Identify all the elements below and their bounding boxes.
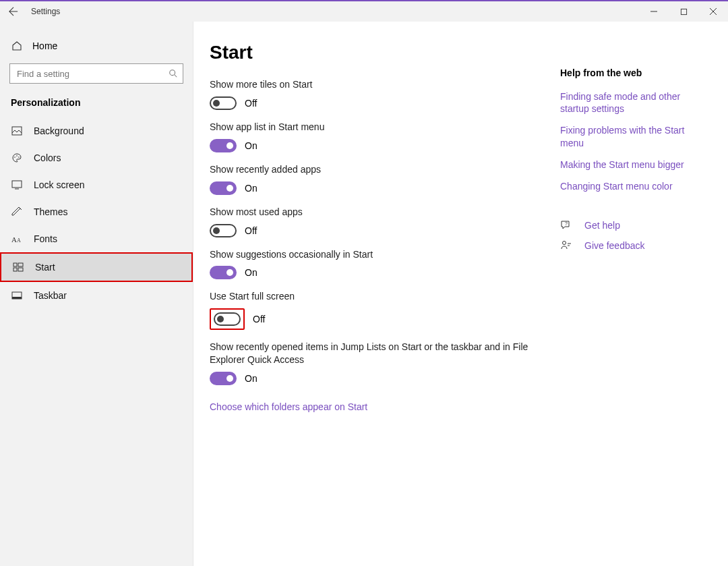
- setting-label: Show recently opened items in Jump Lists…: [210, 341, 547, 366]
- sidebar-item-label: Colors: [34, 152, 61, 163]
- help-link[interactable]: Finding safe mode and other startup sett…: [560, 90, 708, 115]
- toggle-state: On: [245, 373, 257, 384]
- toggle-state: On: [245, 183, 257, 194]
- window-title: Settings: [27, 7, 639, 16]
- svg-point-5: [18, 157, 20, 158]
- picture-icon: [11, 126, 23, 136]
- setting-label: Show most used apps: [210, 206, 547, 219]
- themes-icon: [11, 206, 23, 217]
- search-input[interactable]: [9, 63, 183, 84]
- sidebar-item-label: Background: [34, 125, 84, 136]
- setting-label: Show more tiles on Start: [210, 78, 547, 91]
- toggle-switch[interactable]: [210, 224, 237, 237]
- highlight-box: [210, 308, 245, 330]
- svg-rect-12: [18, 268, 23, 271]
- toggle-switch[interactable]: [210, 139, 237, 152]
- aside-title: Help from the web: [560, 67, 708, 78]
- sidebar-item-background[interactable]: Background: [0, 117, 193, 144]
- svg-rect-0: [681, 9, 686, 14]
- toggle-state: Off: [245, 225, 257, 236]
- svg-rect-9: [13, 263, 17, 266]
- minimize-button[interactable]: [639, 1, 669, 22]
- sidebar-item-start[interactable]: Start: [0, 252, 193, 282]
- setting-show-more-tiles: Show more tiles on Start Off: [210, 78, 547, 110]
- sidebar-item-label: Lock screen: [34, 179, 84, 190]
- palette-icon: [11, 152, 23, 163]
- give-feedback-button[interactable]: Give feedback: [560, 239, 708, 252]
- sidebar-item-colors[interactable]: Colors: [0, 144, 193, 171]
- svg-point-1: [170, 70, 175, 76]
- home-label: Home: [32, 40, 57, 51]
- search-icon: [169, 69, 178, 78]
- titlebar: Settings: [0, 0, 728, 22]
- get-help-label: Get help: [584, 220, 620, 231]
- svg-text:A: A: [17, 237, 21, 244]
- help-link[interactable]: Fixing problems with the Start menu: [560, 124, 708, 148]
- home-icon: [11, 40, 23, 51]
- setting-full-screen: Use Start full screen Off: [210, 290, 547, 330]
- close-button[interactable]: [698, 1, 728, 22]
- svg-point-3: [14, 157, 16, 158]
- help-bubble-icon: ?: [560, 219, 572, 231]
- category-title: Personalization: [0, 97, 193, 117]
- svg-text:?: ?: [565, 221, 568, 226]
- sidebar-item-label: Themes: [34, 206, 68, 217]
- back-arrow-icon: [9, 7, 18, 16]
- setting-label: Show suggestions occasionally in Start: [210, 248, 547, 261]
- sidebar-item-taskbar[interactable]: Taskbar: [0, 282, 193, 309]
- setting-recently-added: Show recently added apps On: [210, 163, 547, 195]
- setting-most-used: Show most used apps Off: [210, 206, 547, 237]
- svg-rect-2: [12, 127, 22, 135]
- close-icon: [709, 7, 717, 16]
- help-link[interactable]: Making the Start menu bigger: [560, 159, 708, 171]
- setting-label: Use Start full screen: [210, 290, 547, 303]
- sidebar-item-label: Start: [35, 262, 55, 273]
- sidebar-item-fonts[interactable]: AA Fonts: [0, 225, 193, 252]
- svg-rect-11: [13, 268, 17, 271]
- setting-show-app-list: Show app list in Start menu On: [210, 121, 547, 152]
- toggle-switch[interactable]: [210, 266, 237, 279]
- setting-label: Show recently added apps: [210, 163, 547, 176]
- lock-screen-icon: [11, 180, 23, 190]
- maximize-icon: [680, 8, 688, 16]
- sidebar-item-lock-screen[interactable]: Lock screen: [0, 171, 193, 198]
- toggle-state: Off: [245, 98, 257, 109]
- sidebar: Home Personalization Background Colors: [0, 22, 193, 566]
- feedback-icon: [560, 239, 572, 252]
- minimize-icon: [650, 7, 658, 16]
- start-icon: [12, 262, 24, 272]
- setting-jump-lists: Show recently opened items in Jump Lists…: [210, 341, 547, 385]
- folders-link[interactable]: Choose which folders appear on Start: [210, 401, 367, 412]
- home-button[interactable]: Home: [0, 35, 193, 63]
- help-link[interactable]: Changing Start menu color: [560, 180, 708, 192]
- setting-label: Show app list in Start menu: [210, 121, 547, 134]
- sidebar-item-themes[interactable]: Themes: [0, 198, 193, 225]
- toggle-state: Off: [253, 314, 265, 324]
- svg-point-4: [16, 155, 18, 157]
- svg-rect-14: [12, 297, 22, 299]
- svg-text:A: A: [11, 235, 17, 244]
- setting-suggestions: Show suggestions occasionally in Start O…: [210, 248, 547, 280]
- svg-point-16: [563, 242, 566, 245]
- give-feedback-label: Give feedback: [584, 240, 645, 251]
- toggle-switch[interactable]: [214, 312, 241, 326]
- main-content: Start Show more tiles on Start Off Show …: [193, 22, 728, 566]
- sidebar-item-label: Fonts: [34, 233, 57, 244]
- back-button[interactable]: [0, 1, 27, 22]
- taskbar-icon: [11, 291, 23, 300]
- maximize-button[interactable]: [669, 1, 698, 22]
- get-help-button[interactable]: ? Get help: [560, 219, 708, 231]
- svg-rect-10: [18, 263, 23, 266]
- help-aside: Help from the web Finding safe mode and …: [547, 42, 708, 566]
- svg-rect-6: [12, 181, 22, 188]
- toggle-switch[interactable]: [210, 372, 237, 385]
- fonts-icon: AA: [11, 234, 23, 244]
- toggle-switch[interactable]: [210, 96, 237, 110]
- page-title: Start: [210, 42, 547, 63]
- sidebar-item-label: Taskbar: [34, 290, 67, 301]
- toggle-state: On: [245, 267, 257, 278]
- window-controls: [639, 1, 728, 22]
- toggle-state: On: [245, 140, 257, 151]
- toggle-switch[interactable]: [210, 181, 237, 195]
